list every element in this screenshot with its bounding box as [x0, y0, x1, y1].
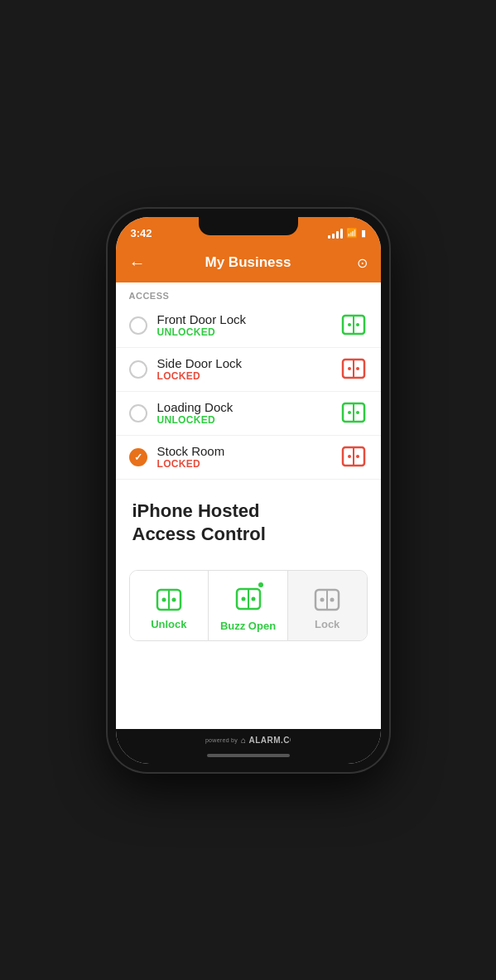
signal-icon: [328, 229, 343, 239]
back-button[interactable]: ←: [129, 253, 152, 273]
radio-button-loading-dock[interactable]: [129, 404, 147, 422]
svg-point-27: [330, 598, 335, 602]
lock-icon: [312, 583, 342, 613]
svg-point-23: [251, 596, 255, 601]
powered-by-label: powered by: [205, 737, 238, 743]
lock-name: Stock Room: [157, 444, 341, 458]
door-icon-locked: [341, 444, 366, 469]
promo-section: iPhone HostedAccess Control: [116, 480, 381, 560]
lock-name: Front Door Lock: [157, 312, 341, 326]
buzz-open-icon-wrap: [234, 582, 263, 615]
lock-icon-loading-dock: [341, 400, 368, 427]
unlock-icon: [154, 583, 184, 613]
svg-point-19: [171, 598, 176, 602]
svg-text:⌂ ALARM.COM: ⌂ ALARM.COM: [241, 736, 291, 745]
svg-point-26: [320, 598, 325, 602]
radio-button-side-door[interactable]: [129, 360, 147, 379]
lock-status: UNLOCKED: [157, 414, 341, 426]
door-icon-unlocked: [341, 312, 366, 337]
radio-button-stock-room[interactable]: ✓: [129, 448, 147, 466]
footer: powered by ⌂ ALARM.COM: [116, 729, 381, 764]
access-section-label: ACCESS: [116, 282, 381, 304]
list-item[interactable]: ✓ Stock Room LOCKED: [116, 436, 381, 480]
svg-point-2: [348, 323, 351, 326]
unlock-label: Unlock: [151, 618, 186, 630]
lock-label: Lock: [315, 618, 339, 630]
notch: [199, 217, 298, 235]
alarm-logo: ⌂ ALARM.COM: [241, 734, 291, 746]
home-indicator: [207, 754, 290, 757]
radio-button-front-door[interactable]: [129, 316, 147, 335]
buzz-open-button[interactable]: Buzz Open: [209, 571, 288, 640]
svg-point-11: [356, 411, 359, 414]
status-time: 3:42: [131, 227, 152, 239]
svg-point-14: [348, 455, 351, 458]
lock-button[interactable]: Lock: [288, 571, 367, 640]
phone-screen: 3:42 📶 ▮ ← My Business ⊙ ACCESS: [116, 217, 381, 764]
lock-name: Loading Dock: [157, 400, 341, 414]
svg-point-15: [356, 455, 359, 458]
lock-status: LOCKED: [157, 370, 341, 382]
lock-status: UNLOCKED: [157, 326, 341, 338]
lock-info-side-door: Side Door Lock LOCKED: [157, 356, 341, 382]
lock-info-front-door: Front Door Lock UNLOCKED: [157, 312, 341, 338]
door-icon-locked: [341, 356, 366, 381]
list-item[interactable]: Side Door Lock LOCKED: [116, 348, 381, 392]
buzz-open-label: Buzz Open: [220, 620, 276, 632]
lock-icon-stock-room: [341, 444, 368, 471]
svg-point-10: [348, 411, 351, 414]
unlock-button[interactable]: Unlock: [130, 571, 209, 640]
buzz-dot: [257, 581, 265, 589]
lock-icon-side-door: [341, 356, 368, 383]
promo-title: iPhone HostedAccess Control: [132, 500, 364, 547]
svg-point-18: [161, 598, 166, 602]
brand-label: ⌂ ALARM.COM: [241, 734, 291, 747]
svg-point-22: [241, 596, 245, 601]
action-bar: Unlock Buzz Open: [129, 570, 368, 641]
svg-point-7: [356, 367, 359, 370]
lock-list: Front Door Lock UNLOCKED: [116, 304, 381, 480]
content-area: ACCESS Front Door Lock UNLOCKED: [116, 282, 381, 729]
check-icon: ✓: [134, 451, 142, 463]
lock-name: Side Door Lock: [157, 356, 341, 370]
phone-frame: 3:42 📶 ▮ ← My Business ⊙ ACCESS: [108, 209, 389, 772]
menu-button[interactable]: ⊙: [344, 255, 368, 271]
header: ← My Business ⊙: [116, 247, 381, 282]
list-item[interactable]: Front Door Lock UNLOCKED: [116, 304, 381, 348]
page-title: My Business: [205, 254, 291, 271]
status-icons: 📶 ▮: [328, 228, 366, 239]
lock-info-stock-room: Stock Room LOCKED: [157, 444, 341, 470]
battery-icon: ▮: [361, 228, 366, 239]
svg-point-6: [348, 367, 351, 370]
door-icon-unlocked: [341, 400, 366, 425]
svg-point-3: [356, 323, 359, 326]
lock-status: LOCKED: [157, 458, 341, 470]
wifi-icon: 📶: [346, 228, 358, 239]
list-item[interactable]: Loading Dock UNLOCKED: [116, 392, 381, 436]
lock-icon-front-door: [341, 312, 368, 339]
lock-info-loading-dock: Loading Dock UNLOCKED: [157, 400, 341, 426]
